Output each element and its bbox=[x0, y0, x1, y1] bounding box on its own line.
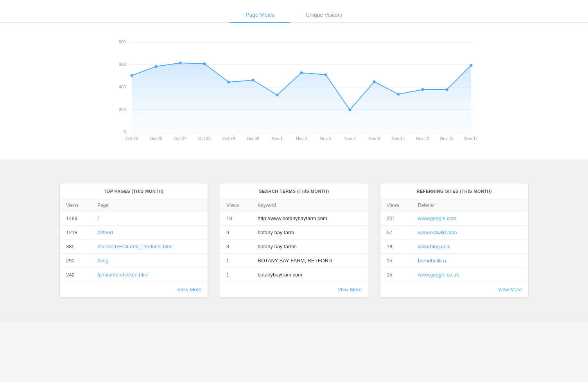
table-row: 15 www.google.co.uk bbox=[380, 268, 528, 282]
svg-text:Nov 11: Nov 11 bbox=[392, 136, 405, 141]
tables-row: TOP PAGES (THIS MONTH) Views Page 1499 /… bbox=[59, 183, 529, 298]
row-referrer[interactable]: www.eatwild.com bbox=[418, 230, 522, 235]
page-col-header: Page bbox=[97, 203, 201, 208]
row-views: 1218 bbox=[66, 230, 97, 235]
table-row: 1218 /2/feed bbox=[60, 226, 208, 240]
data-point bbox=[276, 94, 279, 97]
data-point bbox=[446, 88, 448, 91]
svg-text:Nov 9: Nov 9 bbox=[369, 136, 380, 141]
svg-text:Nov 7: Nov 7 bbox=[344, 136, 356, 141]
row-views: 242 bbox=[66, 272, 97, 278]
top-pages-header: Views Page bbox=[60, 199, 208, 212]
referring-sites-title: REFERRING SITES (THIS MONTH) bbox=[380, 183, 528, 199]
referring-sites-view-more[interactable]: View More bbox=[380, 282, 528, 297]
row-page[interactable]: /blog bbox=[97, 258, 201, 264]
data-point bbox=[155, 65, 158, 68]
svg-text:200: 200 bbox=[119, 107, 126, 112]
row-views: 1499 bbox=[66, 215, 97, 221]
svg-text:0: 0 bbox=[124, 129, 126, 134]
row-views: 201 bbox=[387, 215, 418, 221]
svg-text:Oct 28: Oct 28 bbox=[222, 136, 235, 141]
search-terms-table: SEARCH TERMS (THIS MONTH) Views Keyword … bbox=[220, 183, 368, 298]
row-views: 1 bbox=[226, 258, 258, 264]
svg-text:600: 600 bbox=[119, 62, 126, 66]
row-keyword: BOTANY BAY FARM, RETFORD bbox=[258, 258, 362, 264]
data-point bbox=[421, 88, 424, 91]
data-point bbox=[373, 81, 376, 83]
data-point bbox=[179, 62, 182, 65]
row-views: 290 bbox=[66, 258, 97, 264]
row-views: 57 bbox=[387, 230, 418, 235]
row-views: 385 bbox=[66, 244, 97, 249]
svg-text:Oct 30: Oct 30 bbox=[247, 136, 259, 141]
data-point bbox=[203, 63, 206, 65]
chart-tabs: Page Views Unique Visitors bbox=[0, 8, 588, 23]
row-page[interactable]: / bbox=[97, 215, 201, 221]
data-point bbox=[252, 79, 255, 82]
bottom-section: TOP PAGES (THIS MONTH) Views Page 1499 /… bbox=[0, 160, 588, 321]
row-views: 3 bbox=[226, 244, 258, 249]
table-row: 385 /store/c1/Featured_Products.html bbox=[60, 240, 208, 254]
table-row: 1 BOTANY BAY FARM, RETFORD bbox=[220, 254, 368, 268]
data-point bbox=[349, 109, 351, 111]
row-views: 13 bbox=[226, 215, 258, 221]
row-keyword: botany bay farm bbox=[258, 230, 362, 235]
referring-sites-header: Views Referrer bbox=[380, 199, 528, 212]
svg-text:Oct 22: Oct 22 bbox=[150, 136, 162, 141]
table-row: 1499 / bbox=[60, 212, 208, 226]
row-keyword: http://www.botanybayfarm.com bbox=[258, 215, 362, 221]
svg-text:Nov 3: Nov 3 bbox=[296, 136, 307, 141]
views-col-header: Views bbox=[387, 203, 418, 208]
tab-unique-visitors[interactable]: Unique Visitors bbox=[290, 8, 358, 23]
table-row: 1 botanybayfram.com bbox=[220, 268, 368, 282]
svg-text:Oct 26: Oct 26 bbox=[198, 136, 211, 141]
data-point bbox=[324, 74, 327, 76]
table-row: 242 /pastured-chicken.html bbox=[60, 268, 208, 282]
table-row: 3 botany bay farms bbox=[220, 240, 368, 254]
svg-text:Oct 20: Oct 20 bbox=[125, 136, 138, 141]
top-pages-view-more[interactable]: View More bbox=[60, 282, 208, 297]
svg-text:Nov 17: Nov 17 bbox=[464, 136, 478, 141]
data-point bbox=[470, 64, 473, 67]
row-views: 15 bbox=[387, 258, 418, 264]
svg-text:800: 800 bbox=[119, 39, 126, 44]
svg-text:400: 400 bbox=[119, 84, 126, 89]
row-referrer[interactable]: www.google.co.uk bbox=[418, 272, 522, 278]
search-terms-title: SEARCH TERMS (THIS MONTH) bbox=[220, 183, 368, 199]
row-views: 1 bbox=[226, 272, 258, 278]
row-views: 9 bbox=[226, 230, 258, 235]
table-row: 15 brendbutik.ru bbox=[380, 254, 528, 268]
data-point bbox=[131, 74, 133, 77]
row-page[interactable]: /pastured-chicken.html bbox=[97, 272, 201, 278]
data-point bbox=[300, 72, 303, 74]
top-pages-table: TOP PAGES (THIS MONTH) Views Page 1499 /… bbox=[59, 183, 208, 298]
table-row: 18 www.bing.com bbox=[380, 240, 528, 254]
data-point bbox=[228, 81, 230, 84]
keyword-col-header: Keyword bbox=[258, 203, 362, 208]
views-col-header: Views bbox=[226, 203, 258, 208]
referrer-col-header: Referrer bbox=[418, 203, 522, 208]
row-referrer[interactable]: www.bing.com bbox=[418, 244, 522, 249]
svg-text:Oct 24: Oct 24 bbox=[174, 136, 186, 141]
row-referrer[interactable]: brendbutik.ru bbox=[418, 258, 522, 264]
row-keyword: botanybayfram.com bbox=[258, 272, 362, 278]
svg-text:Nov 5: Nov 5 bbox=[320, 136, 332, 141]
search-terms-header: Views Keyword bbox=[220, 199, 368, 212]
tab-page-views[interactable]: Page Views bbox=[230, 8, 290, 23]
table-row: 57 www.eatwild.com bbox=[380, 226, 528, 240]
line-chart: 0 200 400 600 800 bbox=[106, 34, 482, 144]
row-views: 15 bbox=[387, 272, 418, 278]
svg-text:Nov 15: Nov 15 bbox=[440, 136, 454, 141]
row-page[interactable]: /2/feed bbox=[97, 230, 201, 235]
svg-text:Nov 13: Nov 13 bbox=[416, 136, 430, 141]
search-terms-view-more[interactable]: View More bbox=[220, 282, 368, 297]
views-col-header: Views bbox=[66, 203, 97, 208]
data-point bbox=[397, 93, 400, 96]
table-row: 290 /blog bbox=[60, 254, 208, 268]
row-page[interactable]: /store/c1/Featured_Products.html bbox=[97, 244, 201, 249]
table-row: 9 botany bay farm bbox=[220, 226, 368, 240]
top-pages-title: TOP PAGES (THIS MONTH) bbox=[60, 183, 208, 199]
table-row: 201 www.google.com bbox=[380, 212, 528, 226]
row-referrer[interactable]: www.google.com bbox=[418, 215, 522, 221]
row-keyword: botany bay farms bbox=[258, 244, 362, 249]
